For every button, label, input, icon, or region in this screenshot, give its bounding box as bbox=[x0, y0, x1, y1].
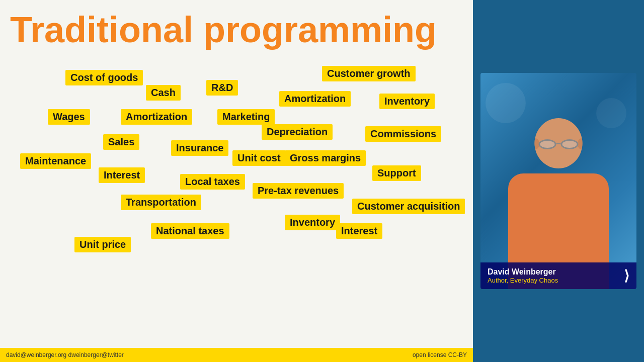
presenter-name-bar: David Weinberger Author, Everyday Chaos … bbox=[480, 262, 636, 289]
tag-amortization-2: Amortization bbox=[121, 109, 192, 125]
chevron-icon: ⟩ bbox=[624, 267, 629, 284]
tag-sales: Sales bbox=[103, 134, 139, 150]
tag-gross-margins: Gross margins bbox=[285, 150, 366, 166]
tag-amortization-1: Amortization bbox=[279, 91, 351, 107]
tag-maintenance: Maintenance bbox=[20, 153, 91, 169]
tag-marketing: Marketing bbox=[217, 109, 275, 125]
webcam-feed: David Weinberger Author, Everyday Chaos … bbox=[480, 73, 636, 289]
tag-insurance: Insurance bbox=[171, 140, 228, 156]
footer-right: open license CC-BY bbox=[413, 351, 467, 358]
tag-national-taxes: National taxes bbox=[151, 223, 229, 239]
tag-pre-tax-revenues: Pre-tax revenues bbox=[253, 183, 344, 199]
slide-panel: Traditional programming Cost of goodsCas… bbox=[0, 0, 473, 362]
right-panel: David Weinberger Author, Everyday Chaos … bbox=[473, 0, 644, 362]
word-cloud: Cost of goodsCashR&DCustomer growthAmort… bbox=[0, 55, 473, 348]
tag-cash: Cash bbox=[146, 85, 181, 101]
tag-customer-acquisition: Customer acquisition bbox=[352, 199, 465, 214]
presenter-title: Author, Everyday Chaos bbox=[488, 277, 558, 284]
tag-unit-cost: Unit cost bbox=[232, 150, 286, 166]
presenter-name: David Weinberger bbox=[488, 267, 558, 277]
tag-cost-of-goods: Cost of goods bbox=[65, 70, 143, 85]
tag-wages: Wages bbox=[48, 109, 90, 125]
tag-inventory-1: Inventory bbox=[379, 94, 435, 109]
tag-depreciation: Depreciation bbox=[262, 124, 333, 140]
slide-title: Traditional programming bbox=[0, 0, 473, 55]
tag-support: Support bbox=[372, 165, 421, 181]
slide-footer: david@weinberger.org dweinberger@twitter… bbox=[0, 348, 473, 362]
tag-transportation: Transportation bbox=[121, 195, 201, 210]
tag-interest-1: Interest bbox=[99, 167, 145, 183]
tag-interest-2: Interest bbox=[336, 223, 382, 239]
tag-inventory-2: Inventory bbox=[285, 215, 340, 230]
tag-local-taxes: Local taxes bbox=[180, 174, 245, 190]
tag-customer-growth: Customer growth bbox=[322, 66, 416, 81]
tag-rd: R&D bbox=[206, 80, 238, 96]
tag-unit-price: Unit price bbox=[74, 237, 131, 252]
footer-left: david@weinberger.org dweinberger@twitter bbox=[6, 351, 124, 358]
tag-commissions: Commissions bbox=[365, 126, 441, 142]
